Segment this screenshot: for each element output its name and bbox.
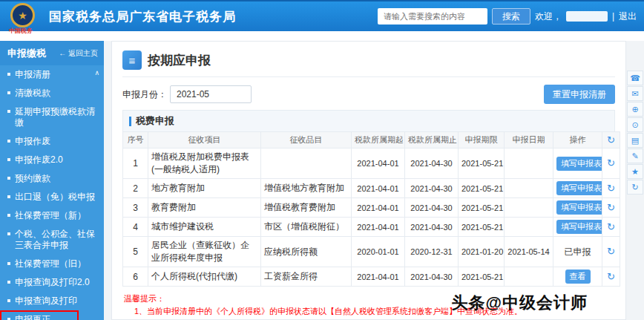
sidebar-item[interactable]: 申报作废2.0 bbox=[0, 151, 104, 169]
refresh-icon[interactable]: ↻ bbox=[607, 221, 615, 232]
bullet-icon bbox=[7, 281, 10, 284]
cell-deadline: 2021-05-21 bbox=[459, 148, 505, 179]
sidebar-item[interactable]: 申报查询及打印2.0 bbox=[0, 273, 104, 292]
dock-icon-6[interactable]: ✎ bbox=[627, 148, 643, 163]
filter-row: 申报月份： 重置申报清册 bbox=[122, 85, 615, 104]
logout-link[interactable]: 退出 bbox=[619, 10, 637, 23]
welcome-label: 欢迎， bbox=[535, 10, 562, 23]
dock-icon-4[interactable]: ⊙ bbox=[627, 117, 643, 132]
cell-period-end: 2020-12-31 bbox=[405, 237, 459, 267]
col-action: 操作 bbox=[553, 132, 602, 148]
search-input[interactable] bbox=[378, 8, 487, 25]
sidebar-item[interactable]: 申报作废 bbox=[0, 132, 104, 151]
table-row: 6 个人所得税(代扣代缴) 工资薪金所得 2021-04-01 2021-04-… bbox=[123, 267, 620, 287]
site-title: 国家税务总局广东省电子税务局 bbox=[49, 8, 236, 25]
cell-period-end: 2021-04-30 bbox=[405, 198, 459, 218]
col-period-end: 税款所属期止 bbox=[405, 132, 459, 148]
cell-project: 城市维护建设税 bbox=[148, 218, 261, 237]
view-button[interactable]: 查看 bbox=[565, 270, 591, 284]
refresh-icon[interactable]: ↻ bbox=[607, 246, 615, 257]
sidebar-item[interactable]: 社保费管理（旧） bbox=[0, 255, 104, 273]
back-home-link[interactable]: ← 返回主页 bbox=[59, 48, 98, 59]
fill-declaration-button[interactable]: 填写申报表 bbox=[556, 157, 602, 171]
sidebar-item-label: 申报作废 bbox=[15, 136, 50, 147]
fill-declaration-button[interactable]: 填写申报表 bbox=[556, 200, 602, 215]
refresh-icon[interactable]: ↻ bbox=[607, 183, 615, 194]
cell-deadline: 2021-05-21 bbox=[459, 267, 505, 287]
sidebar-item-label: 申报查询及打印 bbox=[15, 295, 77, 307]
cell-project: 教育费附加 bbox=[148, 198, 261, 218]
cell-seq: 5 bbox=[123, 237, 148, 267]
dock-icon-3[interactable]: ⊕ bbox=[627, 102, 643, 117]
cell-deadline: 2021-05-21 bbox=[459, 179, 505, 198]
sidebar-item[interactable]: 延期申报预缴税款清缴 bbox=[0, 102, 104, 132]
report-icon-glyph: ≡ bbox=[129, 54, 136, 67]
reset-declaration-button[interactable]: 重置申报清册 bbox=[544, 85, 615, 104]
sidebar-item[interactable]: 申报清册∧ bbox=[0, 65, 104, 84]
tax-section-title: 税费申报 bbox=[136, 114, 174, 128]
cell-deadline: 2021-05-21 bbox=[459, 218, 505, 237]
dock-icon-glyph: ★ bbox=[631, 167, 639, 177]
table-row: 3 教育费附加 增值税教育费附加 2021-04-01 2021-04-30 2… bbox=[123, 198, 620, 218]
dock-icon-7[interactable]: ★ bbox=[627, 164, 643, 179]
col-period-start: 税款所属期起 bbox=[352, 132, 405, 148]
sidebar-item[interactable]: 出口退（免）税申报 bbox=[0, 188, 104, 206]
fill-declaration-button[interactable]: 填写申报表 bbox=[556, 181, 602, 195]
cell-period-start: 2020-01-01 bbox=[352, 237, 405, 267]
cell-project: 增值税及附加税费申报表(一般纳税人适用) bbox=[148, 148, 261, 179]
sidebar-item[interactable]: 预约缴款 bbox=[0, 169, 104, 188]
back-home-label: 返回主页 bbox=[68, 49, 98, 57]
logo-caption: 中国税务 bbox=[9, 27, 33, 35]
dock-icon-glyph: ✉ bbox=[631, 89, 638, 99]
col-refresh: ↻ bbox=[602, 132, 620, 148]
report-icon: ≡ bbox=[122, 50, 142, 70]
cell-project: 地方教育附加 bbox=[148, 179, 261, 198]
fill-declaration-button[interactable]: 填写申报表 bbox=[556, 220, 602, 234]
col-deadline: 申报期限 bbox=[459, 132, 505, 148]
cell-item: 增值税教育费附加 bbox=[261, 198, 352, 218]
table-row: 2 地方教育附加 增值税地方教育附加 2021-04-01 2021-04-30… bbox=[123, 179, 620, 198]
cell-period-end: 2021-04-30 bbox=[405, 267, 459, 287]
search-button[interactable]: 搜索 bbox=[492, 8, 530, 25]
dock-icon-5[interactable]: ▤ bbox=[627, 133, 643, 148]
month-input[interactable] bbox=[170, 85, 252, 103]
cell-deadline: 2021-01-20 bbox=[459, 237, 505, 267]
cell-deadline: 2021-05-21 bbox=[459, 198, 505, 218]
table-row: 4 城市维护建设税 市区（增值税附征） 2021-04-01 2021-04-3… bbox=[123, 218, 620, 237]
refresh-icon[interactable]: ↻ bbox=[607, 202, 615, 213]
sidebar-item[interactable]: 社保费管理（新） bbox=[0, 206, 104, 225]
cell-period-end: 2021-04-30 bbox=[405, 148, 459, 179]
sidebar-item-label: 申报更正 bbox=[15, 314, 50, 320]
bullet-icon bbox=[7, 214, 10, 217]
sidebar-title: 申报缴税 bbox=[7, 47, 46, 60]
dock-icon-1[interactable]: ☎ bbox=[627, 71, 643, 85]
section-tick-icon bbox=[129, 117, 131, 126]
dock-icon-8[interactable]: ↻ bbox=[627, 180, 643, 195]
badge-star-icon: ★ bbox=[18, 10, 27, 21]
sidebar-menu: 申报清册∧ 清缴税款 延期申报预缴税款清缴 申报作废 申报作废2.0 预约缴款 … bbox=[0, 65, 104, 320]
cell-declare-date bbox=[505, 198, 553, 218]
status-declared: 已申报 bbox=[565, 246, 591, 257]
cell-seq: 3 bbox=[123, 198, 148, 218]
dock-icon-2[interactable]: ✉ bbox=[627, 86, 643, 101]
cell-declare-date bbox=[505, 148, 553, 179]
divider: | bbox=[612, 11, 614, 22]
sidebar-item-declaration-correction[interactable]: 申报更正 bbox=[0, 310, 79, 320]
cell-period-start: 2021-04-01 bbox=[352, 267, 405, 287]
cell-period-start: 2021-04-01 bbox=[352, 148, 405, 179]
refresh-icon[interactable]: ↻ bbox=[607, 134, 615, 146]
sidebar-item[interactable]: 个税、公积金、社保三表合并申报 bbox=[0, 225, 104, 255]
cell-item: 增值税地方教育附加 bbox=[261, 179, 352, 198]
bullet-icon bbox=[7, 299, 10, 302]
bullet-icon bbox=[7, 158, 10, 161]
sidebar-item[interactable]: 申报查询及打印 bbox=[0, 292, 104, 310]
cell-item: 工资薪金所得 bbox=[261, 267, 352, 287]
sidebar-item-label: 申报查询及打印2.0 bbox=[15, 277, 90, 288]
col-project: 征收项目 bbox=[148, 132, 261, 148]
month-label: 申报月份： bbox=[122, 88, 167, 101]
dock-icon-glyph: ☎ bbox=[630, 74, 640, 83]
sidebar-item[interactable]: 清缴税款 bbox=[0, 84, 104, 102]
refresh-icon[interactable]: ↻ bbox=[607, 271, 615, 282]
cell-item: 市区（增值税附征） bbox=[261, 218, 352, 237]
refresh-icon[interactable]: ↻ bbox=[607, 157, 615, 169]
